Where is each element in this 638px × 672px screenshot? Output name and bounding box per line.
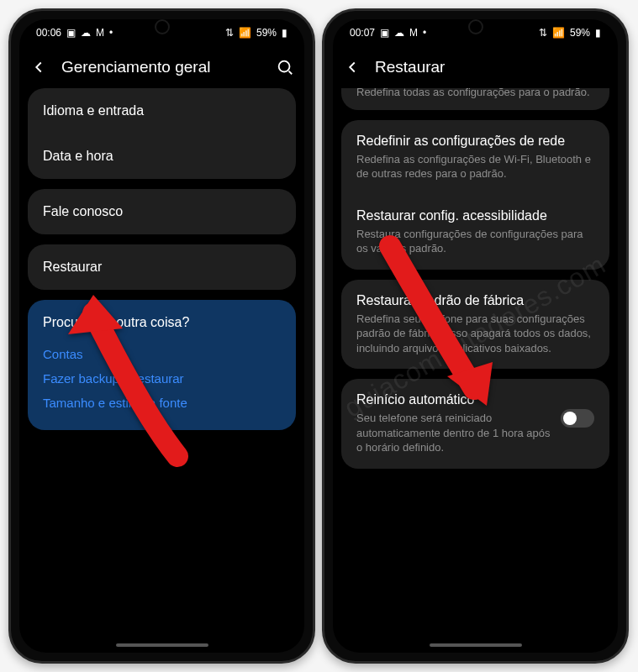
more-icon: • xyxy=(423,27,426,39)
item-title: Restaurar padrão de fábrica xyxy=(356,293,594,308)
status-time: 00:06 xyxy=(36,27,61,39)
battery-percent: 59% xyxy=(256,27,277,39)
phone-2: guiacomputadores.com 00:07 ▣ ☁ M • ⇅ 📶 5… xyxy=(322,8,629,664)
image-icon: ▣ xyxy=(66,27,76,39)
section-contact: Fale conosco xyxy=(28,189,296,234)
section-reset-options: Redefinir as configurações de rede Redef… xyxy=(341,120,609,270)
item-title: Restaurar config. acessibilidade xyxy=(356,208,594,223)
auto-restart-toggle[interactable] xyxy=(561,409,594,428)
battery-percent: 59% xyxy=(570,27,590,39)
more-icon: • xyxy=(109,27,113,39)
wifi-icon: ⇅ xyxy=(225,27,234,39)
item-desc: Redefina seu telefone para suas configur… xyxy=(356,312,594,356)
item-contact-us[interactable]: Fale conosco xyxy=(28,189,296,234)
image-icon: ▣ xyxy=(380,27,389,39)
nav-bar xyxy=(333,638,618,653)
item-reset-network[interactable]: Redefinir as configurações de rede Redef… xyxy=(341,120,609,195)
svg-point-0 xyxy=(279,61,290,72)
camera-notch xyxy=(468,19,483,34)
section-auto-restart: Reinício automático Seu telefone será re… xyxy=(341,379,609,469)
nav-indicator[interactable] xyxy=(116,643,208,647)
item-reset-accessibility[interactable]: Restaurar config. acessibilidade Restaur… xyxy=(341,195,609,270)
page-header: Restaurar xyxy=(333,46,618,88)
link-font-size-style[interactable]: Tamanho e estilo da fonte xyxy=(43,391,281,415)
item-auto-restart[interactable]: Reinício automático Seu telefone será re… xyxy=(341,379,609,469)
mail-icon: M xyxy=(409,27,418,39)
content-area: Redefina todas as configurações para o p… xyxy=(333,88,618,638)
item-factory-reset[interactable]: Restaurar padrão de fábrica Redefina seu… xyxy=(341,280,609,370)
back-icon[interactable] xyxy=(343,58,361,76)
phone-1: 00:06 ▣ ☁ M • ⇅ 📶 59% ▮ Gerenciamento ge… xyxy=(8,8,315,664)
camera-notch xyxy=(155,19,170,34)
section-language-date: Idioma e entrada Data e hora xyxy=(28,88,296,179)
page-title: Restaurar xyxy=(375,58,608,76)
cloud-icon: ☁ xyxy=(81,27,91,39)
battery-icon: ▮ xyxy=(595,27,601,39)
info-box: Procurando outra coisa? Contas Fazer bac… xyxy=(28,300,296,430)
item-restore[interactable]: Restaurar xyxy=(28,244,296,290)
nav-bar xyxy=(19,638,304,653)
info-title: Procurando outra coisa? xyxy=(43,315,281,330)
wifi-icon: ⇅ xyxy=(539,27,547,39)
nav-indicator[interactable] xyxy=(430,643,522,647)
item-desc: Redefina as configurações de Wi-Fi, Blue… xyxy=(356,152,594,181)
section-partial-top: Redefina todas as configurações para o p… xyxy=(341,88,609,110)
section-restore: Restaurar xyxy=(28,244,296,290)
search-icon[interactable] xyxy=(276,58,294,76)
back-icon[interactable] xyxy=(29,58,48,76)
item-desc: Restaura configurações de configurações … xyxy=(356,227,594,256)
content-area: Idioma e entrada Data e hora Fale conosc… xyxy=(19,88,304,638)
page-header: Gerenciamento geral xyxy=(19,46,304,88)
section-factory-reset: Restaurar padrão de fábrica Redefina seu… xyxy=(341,280,609,370)
cloud-icon: ☁ xyxy=(394,27,404,39)
screen-2: guiacomputadores.com 00:07 ▣ ☁ M • ⇅ 📶 5… xyxy=(333,19,618,653)
status-time: 00:07 xyxy=(350,27,375,39)
signal-icon: 📶 xyxy=(552,27,565,39)
screen-1: 00:06 ▣ ☁ M • ⇅ 📶 59% ▮ Gerenciamento ge… xyxy=(19,19,304,653)
item-title: Reinício automático xyxy=(356,392,552,407)
link-backup-restore[interactable]: Fazer backup e restaurar xyxy=(43,366,281,391)
item-title: Redefinir as configurações de rede xyxy=(356,134,594,149)
battery-icon: ▮ xyxy=(282,27,287,39)
signal-icon: 📶 xyxy=(239,27,251,39)
item-desc: Seu telefone será reiniciado automaticam… xyxy=(356,411,552,455)
item-date-time[interactable]: Data e hora xyxy=(28,134,296,179)
partial-desc: Redefina todas as configurações para o p… xyxy=(341,88,609,110)
link-accounts[interactable]: Contas xyxy=(43,342,281,366)
mail-icon: M xyxy=(96,27,104,39)
page-title: Gerenciamento geral xyxy=(61,58,262,76)
item-language-input[interactable]: Idioma e entrada xyxy=(28,88,296,134)
